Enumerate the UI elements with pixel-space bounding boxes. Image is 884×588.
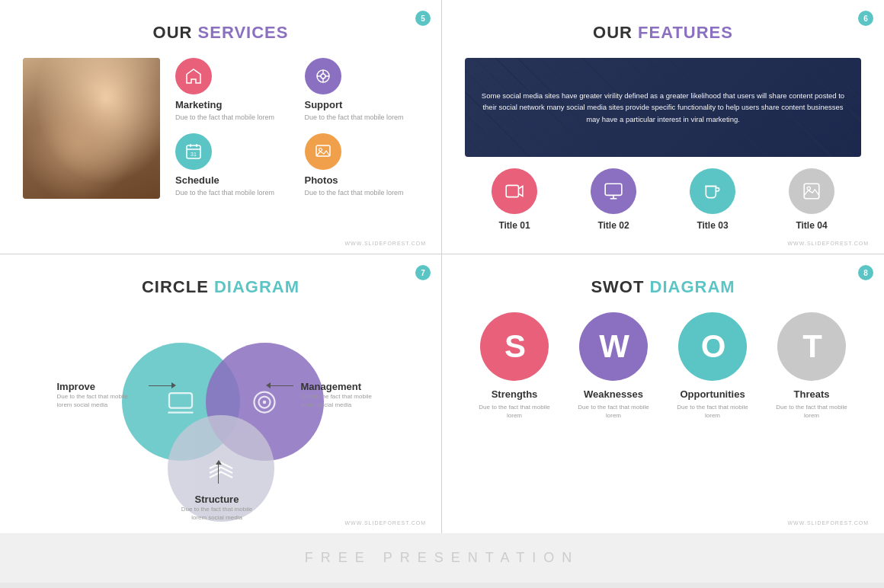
arrow-management [266, 382, 293, 388]
swot-letter-o: O [701, 328, 725, 365]
slide-badge-8: 8 [858, 265, 873, 280]
feature-item-03: Title 03 [682, 168, 743, 231]
swot-name-t: Threats [794, 388, 830, 400]
features-image: Some social media sites have greater vir… [465, 58, 861, 157]
footer-banner: FREE PRESENTATION [0, 533, 884, 583]
structure-title: Structure [179, 494, 255, 505]
photos-icon [314, 142, 332, 161]
support-name: Support [305, 99, 343, 110]
swot-item-o: O Opportunities Due to the fact that mob… [674, 312, 751, 420]
feature-label-03: Title 03 [697, 220, 728, 231]
feature-icon-04 [789, 168, 834, 214]
services-content: Marketing Due to the fact that mobile lo… [23, 58, 418, 199]
marketing-icon-circle [175, 58, 212, 94]
feature-icon-01 [492, 168, 537, 214]
footer-text: FREE PRESENTATION [305, 550, 579, 565]
feature-item-02: Title 02 [583, 168, 644, 231]
feature-item-04: Title 04 [781, 168, 842, 231]
swot-item-w: W Weaknesses Due to the fact that mobile… [575, 312, 652, 420]
swot-name-o: Opportunities [680, 388, 745, 400]
svg-point-1 [321, 74, 325, 78]
slide-features: 6 OUR FEATURES Some social media sites h… [442, 0, 884, 254]
slide-swot: 8 SWOT DIAGRAM S Strengths Due to the fa… [442, 254, 884, 533]
swot-name-s: Strengths [492, 388, 538, 400]
schedule-name: Schedule [175, 174, 219, 186]
slide4-title-normal: SWOT [591, 277, 644, 296]
structure-desc: Due to the fact that mobile lorem social… [179, 505, 255, 522]
management-label: Management Due to the fact that mobile l… [301, 381, 385, 409]
swot-item-t: T Threats Due to the fact that mobile lo… [774, 312, 850, 420]
service-item-marketing: Marketing Due to the fact that mobile lo… [175, 58, 290, 123]
slide2-title-normal: OUR [593, 23, 633, 42]
slide-badge-7: 7 [415, 265, 431, 280]
service-item-photos: Photos Due to the fact that mobile lorem [305, 133, 419, 198]
support-desc: Due to the fact that mobile lorem [305, 113, 404, 123]
svg-rect-14 [605, 184, 622, 195]
slide3-title-accent: DIAGRAM [214, 277, 299, 296]
slide-badge-5: 5 [415, 11, 431, 26]
improve-title: Improve [57, 381, 133, 392]
svg-rect-11 [316, 145, 330, 156]
arrow-structure [216, 460, 222, 484]
image-icon [802, 181, 822, 201]
swot-item-s: S Strengths Due to the fact that mobile … [476, 312, 552, 420]
swot-desc-t: Due to the fact that mobile lorem [774, 403, 850, 420]
slide-services: 5 OUR SERVICES Marketing Due to the fact… [0, 0, 442, 254]
support-icon-circle [305, 58, 341, 94]
slide-badge-6: 6 [858, 11, 873, 26]
swot-circle-o: O [678, 312, 747, 381]
improve-label: Improve Due to the fact that mobile lore… [57, 381, 133, 409]
swot-name-w: Weaknesses [584, 388, 643, 400]
slide3-title: CIRCLE DIAGRAM [23, 277, 418, 297]
svg-text:31: 31 [191, 152, 197, 157]
slide4-title: SWOT DIAGRAM [465, 277, 861, 297]
slide3-title-normal: CIRCLE [142, 277, 209, 296]
svg-point-24 [263, 400, 267, 404]
photos-icon-circle [305, 133, 341, 170]
improve-desc: Due to the fact that mobile lorem social… [57, 392, 133, 409]
marketing-name: Marketing [175, 99, 222, 110]
monitor-icon [604, 181, 623, 201]
feature-icon-02 [591, 168, 636, 214]
venn-container: Improve Due to the fact that mobile lore… [61, 312, 381, 510]
slide1-title-accent: SERVICES [198, 23, 289, 42]
schedule-icon-circle: 31 [175, 133, 212, 170]
features-image-text: Some social media sites have greater vir… [480, 90, 846, 125]
svg-rect-18 [804, 184, 819, 199]
slide1-watermark: WWW.SLIDEFOREST.COM [345, 241, 427, 246]
swot-letter-s: S [504, 328, 524, 365]
swot-circle-w: W [579, 312, 648, 381]
features-icons-row: Title 01 Title 02 [465, 168, 861, 231]
services-icons: Marketing Due to the fact that mobile lo… [175, 58, 418, 197]
video-icon [504, 181, 524, 201]
swot-desc-o: Due to the fact that mobile lorem [674, 403, 751, 420]
coffee-icon [703, 181, 722, 201]
feature-label-02: Title 02 [597, 220, 629, 231]
service-item-support: Support Due to the fact that mobile lore… [305, 58, 419, 123]
svg-rect-20 [169, 393, 192, 408]
slide4-watermark: WWW.SLIDEFOREST.COM [788, 520, 870, 526]
feature-icon-03 [690, 168, 735, 214]
home-icon [184, 67, 203, 85]
support-icon [314, 67, 332, 85]
svg-point-19 [807, 187, 810, 190]
slide-circle-diagram: 7 CIRCLE DIAGRAM [0, 254, 442, 533]
feature-label-01: Title 01 [498, 220, 530, 231]
arrow-improve [149, 382, 176, 388]
swot-row: S Strengths Due to the fact that mobile … [465, 312, 861, 420]
swot-circle-s: S [480, 312, 549, 381]
slide2-watermark: WWW.SLIDEFOREST.COM [788, 241, 870, 246]
slide2-title-accent: FEATURES [638, 23, 733, 42]
target-icon [251, 388, 278, 416]
schedule-desc: Due to the fact that mobile lorem [175, 188, 274, 198]
swot-desc-s: Due to the fact that mobile lorem [476, 403, 552, 420]
marketing-desc: Due to the fact that mobile lorem [175, 113, 274, 123]
calendar-icon: 31 [184, 142, 203, 161]
laptop-icon [167, 388, 194, 416]
feature-item-01: Title 01 [484, 168, 545, 231]
svg-rect-13 [506, 185, 518, 197]
swot-desc-w: Due to the fact that mobile lorem [575, 403, 652, 420]
structure-label: Structure Due to the fact that mobile lo… [179, 494, 255, 522]
photos-name: Photos [305, 174, 338, 186]
photos-desc: Due to the fact that mobile lorem [305, 188, 404, 198]
